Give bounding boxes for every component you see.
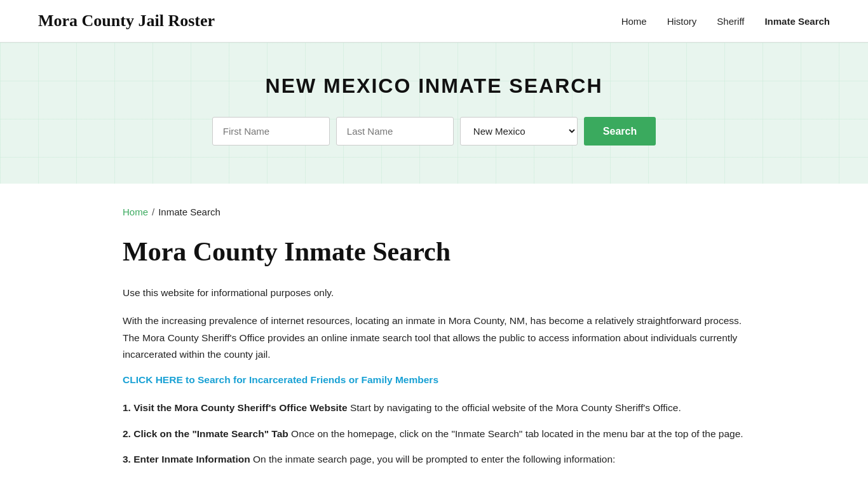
main-content: Home / Inmate Search Mora County Inmate … [85, 184, 783, 488]
nav-history[interactable]: History [667, 16, 697, 27]
step-2: 2. Click on the "Inmate Search" Tab Once… [123, 426, 745, 442]
intro-paragraph-1: Use this website for informational purpo… [123, 285, 745, 301]
breadcrumb: Home / Inmate Search [123, 207, 745, 217]
breadcrumb-separator: / [152, 207, 154, 217]
breadcrumb-current: Inmate Search [158, 207, 220, 217]
step-3-label: 3. Enter Inmate Information [123, 454, 250, 464]
last-name-input[interactable] [336, 117, 454, 146]
step-3-text: On the inmate search page, you will be p… [250, 454, 616, 464]
nav-inmate-search[interactable]: Inmate Search [764, 16, 830, 27]
step-3: 3. Enter Inmate Information On the inmat… [123, 451, 745, 468]
search-form: New Mexico Alabama Alaska Arizona Arkans… [13, 117, 855, 146]
breadcrumb-home-link[interactable]: Home [123, 207, 148, 217]
step-1-label: 1. Visit the Mora County Sheriff's Offic… [123, 402, 348, 413]
nav-home[interactable]: Home [621, 16, 647, 27]
intro-paragraph-2: With the increasing prevalence of intern… [123, 313, 745, 363]
step-2-text: Once on the homepage, click on the "Inma… [288, 428, 743, 439]
step-1: 1. Visit the Mora County Sheriff's Offic… [123, 400, 745, 416]
nav-sheriff[interactable]: Sheriff [717, 16, 744, 27]
site-title: Mora County Jail Roster [38, 11, 215, 30]
step-1-text: Start by navigating to the official webs… [348, 402, 681, 413]
step-2-label: 2. Click on the "Inmate Search" Tab [123, 428, 288, 439]
page-heading: Mora County Inmate Search [123, 236, 745, 267]
cta-link[interactable]: CLICK HERE to Search for Incarcerated Fr… [123, 374, 745, 386]
first-name-input[interactable] [212, 117, 330, 146]
hero-title: NEW MEXICO INMATE SEARCH [13, 74, 855, 98]
state-select[interactable]: New Mexico Alabama Alaska Arizona Arkans… [460, 117, 578, 146]
search-button[interactable]: Search [584, 117, 656, 146]
site-header: Mora County Jail Roster Home History She… [0, 0, 868, 43]
main-nav: Home History Sheriff Inmate Search [621, 16, 830, 27]
hero-banner: NEW MEXICO INMATE SEARCH New Mexico Alab… [0, 43, 868, 184]
